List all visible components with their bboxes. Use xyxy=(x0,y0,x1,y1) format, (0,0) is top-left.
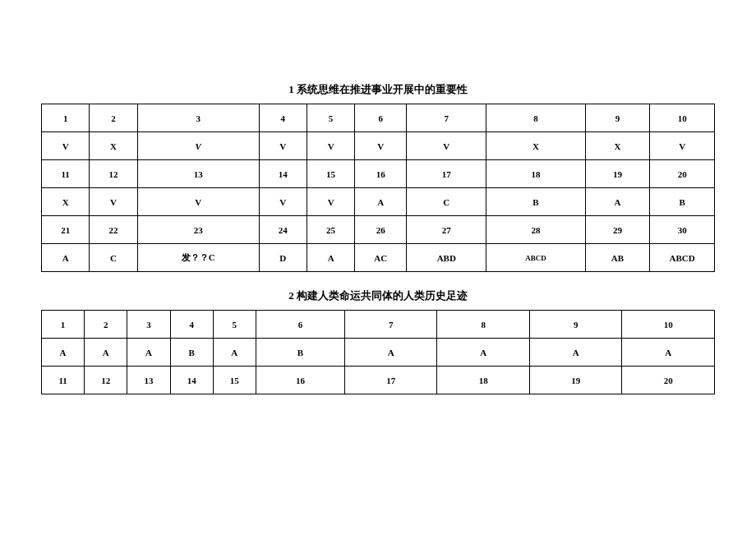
table-row: A C 发？？C D A AC ABD ABCD AB ABCD xyxy=(42,244,715,272)
cell: A xyxy=(529,339,622,367)
cell: B xyxy=(486,188,585,216)
cell: A xyxy=(213,339,256,367)
cell: C xyxy=(90,244,137,272)
cell: D xyxy=(259,244,307,272)
cell: 17 xyxy=(344,367,437,394)
cell: 15 xyxy=(213,367,256,394)
cell: ABCD xyxy=(486,244,585,272)
cell: B xyxy=(170,339,213,367)
cell: 10 xyxy=(622,311,715,339)
cell: V xyxy=(137,132,259,160)
cell: 20 xyxy=(650,160,715,188)
cell: 17 xyxy=(407,160,486,188)
cell: V xyxy=(407,132,486,160)
cell: 3 xyxy=(137,104,259,132)
cell: ABCD xyxy=(650,244,715,272)
cell: 14 xyxy=(170,367,213,394)
cell: 14 xyxy=(259,160,307,188)
table-row: 11 12 13 14 15 16 17 18 19 20 xyxy=(42,160,715,188)
cell: 8 xyxy=(437,311,530,339)
cell: 12 xyxy=(85,367,127,394)
cell: 18 xyxy=(486,160,585,188)
cell: V xyxy=(137,188,259,216)
table-1: 1 2 3 4 5 6 7 8 9 10 V X V V V V V X X V… xyxy=(41,104,715,272)
cell: 9 xyxy=(529,311,622,339)
cell: A xyxy=(437,339,530,367)
cell: 19 xyxy=(529,367,622,394)
cell: 19 xyxy=(585,160,650,188)
cell: V xyxy=(259,132,307,160)
table1-title: 1 系统思维在推进事业开展中的重要性 xyxy=(41,82,715,97)
cell: AB xyxy=(585,244,650,272)
cell: V xyxy=(355,132,407,160)
table-row: X V V V V A C B A B xyxy=(42,188,715,216)
cell: V xyxy=(650,132,715,160)
cell: A xyxy=(622,339,715,367)
table-row: 11 12 13 14 15 16 17 18 19 20 xyxy=(42,367,715,394)
cell: 16 xyxy=(256,367,344,394)
cell: A xyxy=(127,339,170,367)
cell: A xyxy=(355,188,407,216)
cell: A xyxy=(42,339,85,367)
cell: 2 xyxy=(90,104,137,132)
table-row: 1 2 3 4 5 6 7 8 9 10 xyxy=(42,311,715,339)
cell: A xyxy=(307,244,354,272)
cell: 25 xyxy=(307,216,354,244)
cell: V xyxy=(90,188,137,216)
cell: 11 xyxy=(42,160,90,188)
cell: 23 xyxy=(137,216,259,244)
cell: 3 xyxy=(127,311,170,339)
cell: 30 xyxy=(650,216,715,244)
cell: 22 xyxy=(90,216,137,244)
table-row: A A A B A B A A A A xyxy=(42,339,715,367)
cell: 发？？C xyxy=(137,244,259,272)
cell: 9 xyxy=(585,104,650,132)
table-row: 21 22 23 24 25 26 27 28 29 30 xyxy=(42,216,715,244)
cell: X xyxy=(42,188,90,216)
cell: V xyxy=(259,188,307,216)
cell: 2 xyxy=(85,311,127,339)
cell: X xyxy=(486,132,585,160)
cell: 29 xyxy=(585,216,650,244)
cell: 13 xyxy=(127,367,170,394)
cell: C xyxy=(407,188,486,216)
cell: B xyxy=(256,339,344,367)
cell: 1 xyxy=(42,311,85,339)
cell: 4 xyxy=(170,311,213,339)
cell: 27 xyxy=(407,216,486,244)
cell: 11 xyxy=(42,367,85,394)
cell: X xyxy=(585,132,650,160)
table-2: 1 2 3 4 5 6 7 8 9 10 A A A B A B A A A A… xyxy=(41,310,715,394)
cell: 5 xyxy=(213,311,256,339)
cell: AC xyxy=(355,244,407,272)
cell: 8 xyxy=(486,104,585,132)
cell: V xyxy=(42,132,90,160)
cell: 7 xyxy=(407,104,486,132)
cell: 21 xyxy=(42,216,90,244)
cell: 20 xyxy=(622,367,715,394)
cell: 13 xyxy=(137,160,259,188)
table2-title: 2 构建人类命运共同体的人类历史足迹 xyxy=(41,288,715,303)
cell: A xyxy=(585,188,650,216)
cell: X xyxy=(90,132,137,160)
cell: A xyxy=(344,339,437,367)
cell: 1 xyxy=(42,104,90,132)
cell: 5 xyxy=(307,104,354,132)
cell: 6 xyxy=(256,311,344,339)
cell: A xyxy=(85,339,127,367)
cell: 7 xyxy=(344,311,437,339)
cell: 10 xyxy=(650,104,715,132)
cell: B xyxy=(650,188,715,216)
cell: 26 xyxy=(355,216,407,244)
cell: 15 xyxy=(307,160,354,188)
cell: ABD xyxy=(407,244,486,272)
cell: A xyxy=(42,244,90,272)
cell: 28 xyxy=(486,216,585,244)
cell: V xyxy=(307,188,354,216)
cell: 12 xyxy=(90,160,137,188)
cell: 18 xyxy=(437,367,530,394)
cell: 24 xyxy=(259,216,307,244)
table-row: V X V V V V V X X V xyxy=(42,132,715,160)
cell: 16 xyxy=(355,160,407,188)
table-row: 1 2 3 4 5 6 7 8 9 10 xyxy=(42,104,715,132)
